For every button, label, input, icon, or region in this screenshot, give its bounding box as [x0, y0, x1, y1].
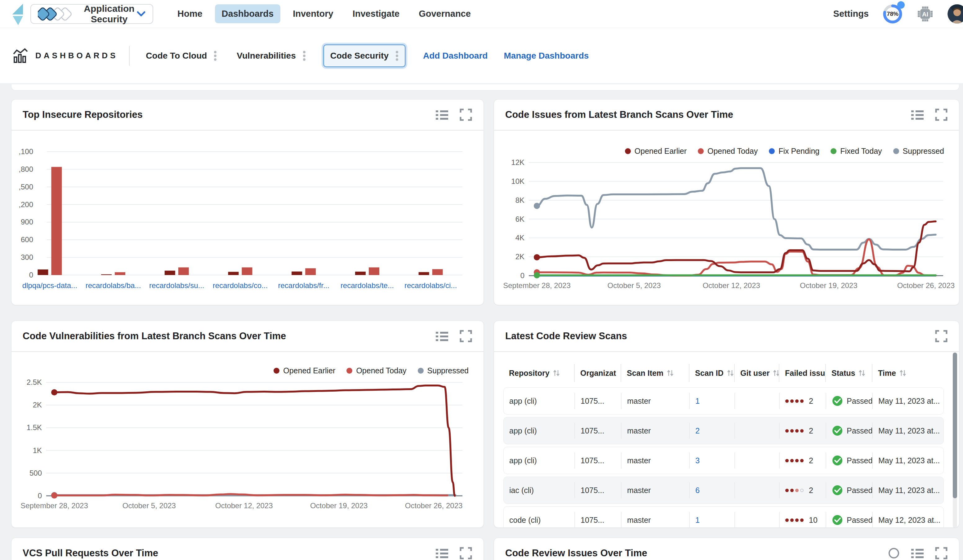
expand-icon-button[interactable] [935, 547, 948, 560]
bar[interactable] [242, 267, 253, 275]
legend-item-opened-today[interactable]: Opened Today [347, 366, 406, 375]
dashboards-tabbar: DASHBOARDS Code To CloudVulnerabilitiesC… [0, 28, 963, 84]
nav-item-inventory[interactable]: Inventory [286, 4, 340, 23]
manage-dashboards-link[interactable]: Manage Dashboards [504, 51, 588, 61]
panel-top-insecure-repositories: Top Insecure Repositories ,100,800,500,2… [11, 99, 484, 305]
nav-item-governance[interactable]: Governance [412, 4, 478, 23]
bar[interactable] [305, 268, 316, 275]
bar[interactable] [178, 267, 189, 275]
list-icon[interactable] [435, 547, 449, 559]
list-icon-button[interactable] [435, 108, 449, 121]
sort-icon[interactable] [858, 369, 866, 377]
sort-icon[interactable] [666, 369, 674, 377]
table-row[interactable]: app (cli)1075...master12PassedMay 11, 20… [503, 387, 944, 414]
list-icon-button[interactable] [435, 330, 449, 342]
settings-button[interactable]: Settings [833, 9, 869, 19]
spinner-icon-button[interactable] [888, 547, 900, 559]
column-header-repository[interactable]: Repository [503, 364, 575, 382]
expand-icon-button[interactable] [935, 108, 948, 121]
table-row[interactable]: code (cli)1075...master110PassedMay 12, … [503, 507, 944, 528]
list-icon-button[interactable] [911, 108, 924, 121]
category-label-link[interactable]: recardolabs/fr... [278, 281, 329, 290]
bar[interactable] [369, 267, 379, 275]
legend-item-opened-today[interactable]: Opened Today [698, 147, 758, 155]
legend-item-suppressed[interactable]: Suppressed [893, 147, 944, 155]
legend-item-fix-pending[interactable]: Fix Pending [769, 147, 819, 155]
table-row[interactable]: iac (cli)1075...master62PassedMay 11, 20… [503, 477, 944, 504]
kebab-menu-icon[interactable] [214, 50, 217, 62]
list-icon[interactable] [911, 547, 924, 559]
kebab-menu-icon[interactable] [396, 50, 399, 62]
bar[interactable] [292, 272, 302, 275]
expand-icon-button[interactable] [935, 330, 948, 343]
category-label-link[interactable]: recardolabs/ci... [404, 281, 457, 290]
bar[interactable] [115, 272, 125, 275]
category-label-link[interactable]: recardolabs/su... [149, 281, 204, 290]
expand-icon[interactable] [935, 108, 948, 121]
list-icon[interactable] [911, 108, 924, 121]
column-header-scan-id[interactable]: Scan ID [689, 364, 735, 382]
bar[interactable] [419, 272, 429, 275]
column-header-time[interactable]: Time [872, 364, 944, 382]
tab-vulnerabilities[interactable]: Vulnerabilities [234, 45, 308, 67]
column-header-failed-issu[interactable]: Failed issu [780, 364, 826, 382]
list-icon-button[interactable] [435, 547, 449, 559]
cell-scan-id-link[interactable]: 3 [690, 452, 735, 469]
bar[interactable] [51, 167, 62, 275]
tab-code-security[interactable]: Code Security [323, 44, 406, 67]
expand-icon-button[interactable] [459, 547, 472, 560]
expand-icon-button[interactable] [459, 108, 472, 121]
nav-item-dashboards[interactable]: Dashboards [215, 4, 280, 23]
list-icon[interactable] [435, 330, 449, 342]
legend-item-opened-earlier[interactable]: Opened Earlier [625, 147, 687, 155]
column-header-organizat[interactable]: Organizat [575, 364, 621, 382]
ai-copilot-icon[interactable]: AI [916, 5, 934, 23]
bar[interactable] [355, 272, 366, 275]
expand-icon[interactable] [459, 547, 472, 560]
cell-scan-id-link[interactable]: 2 [690, 422, 735, 439]
legend-item-opened-earlier[interactable]: Opened Earlier [274, 366, 335, 375]
category-label-link[interactable]: recardolabs/ba... [86, 281, 141, 290]
user-avatar[interactable] [947, 4, 963, 24]
table-row[interactable]: app (cli)1075...master22PassedMay 11, 20… [503, 417, 944, 444]
cell-scan-id-link[interactable]: 1 [690, 393, 735, 409]
table-scrollbar-thumb[interactable] [953, 353, 957, 498]
list-icon-button[interactable] [911, 547, 924, 559]
legend-item-suppressed[interactable]: Suppressed [418, 366, 469, 375]
tab-code-to-cloud[interactable]: Code To Cloud [143, 45, 219, 67]
sort-icon[interactable] [773, 369, 780, 377]
bar[interactable] [37, 269, 48, 275]
sort-icon[interactable] [899, 369, 906, 377]
expand-icon[interactable] [935, 330, 948, 343]
category-label-link[interactable]: dlpqa/pcs-data... [22, 281, 77, 290]
y-axis-tick: 500 [29, 469, 42, 477]
expand-icon[interactable] [459, 108, 472, 121]
bar[interactable] [165, 271, 175, 275]
usage-progress-ring[interactable]: 78% [882, 4, 903, 24]
legend-item-fixed-today[interactable]: Fixed Today [830, 147, 882, 155]
column-header-git-user[interactable]: Git user [735, 364, 780, 382]
chart-legend: Opened EarlierOpened TodaySuppressed [274, 366, 469, 375]
expand-icon[interactable] [935, 547, 948, 560]
product-selector[interactable]: Application Security [31, 4, 153, 24]
category-label-link[interactable]: recardolabs/co... [213, 281, 268, 290]
bar[interactable] [432, 269, 443, 275]
cell-scan-id-link[interactable]: 1 [690, 512, 735, 528]
expand-icon[interactable] [459, 330, 472, 343]
nav-item-home[interactable]: Home [170, 4, 209, 23]
column-header-status[interactable]: Status [826, 364, 872, 382]
kebab-menu-icon[interactable] [303, 50, 306, 62]
sort-icon[interactable] [727, 369, 734, 377]
add-dashboard-link[interactable]: Add Dashboard [423, 51, 488, 61]
cell-scan-id-link[interactable]: 6 [690, 482, 735, 498]
column-header-scan-item[interactable]: Scan Item [621, 364, 689, 382]
expand-icon-button[interactable] [459, 330, 472, 343]
legend-label: Opened Today [356, 366, 406, 375]
bar[interactable] [228, 272, 239, 275]
list-icon[interactable] [435, 108, 449, 121]
sort-icon[interactable] [553, 369, 560, 377]
category-label-link[interactable]: recardolabs/te... [340, 281, 394, 290]
bar[interactable] [101, 274, 112, 275]
table-row[interactable]: app (cli)1075...master32PassedMay 11, 20… [503, 447, 944, 474]
nav-item-investigate[interactable]: Investigate [346, 4, 407, 23]
